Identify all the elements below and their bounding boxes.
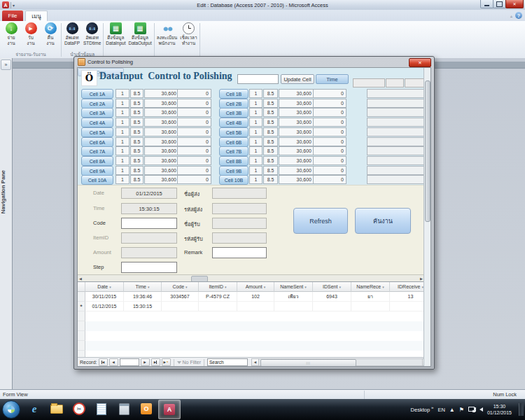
column-header-idsent[interactable]: IDSent▾ (313, 282, 351, 292)
column-header-amount[interactable]: Amount▾ (237, 282, 274, 292)
cell-button-cell-5a[interactable]: Cell 5A (81, 127, 113, 137)
cell-field-actual[interactable]: 0 (177, 89, 211, 98)
maximize-button[interactable] (493, 0, 506, 8)
close-button[interactable]: ✕ (505, 0, 524, 8)
cell-field-actual[interactable]: 0 (313, 175, 346, 184)
cell-button-cell-3b[interactable]: Cell 3B (219, 108, 248, 118)
cell-field-hours[interactable]: 8.5 (263, 99, 278, 108)
speaker-icon[interactable] (479, 407, 483, 412)
cell-field-target[interactable]: 30,600 (279, 156, 314, 165)
cell-field-qty[interactable]: 1 (115, 127, 130, 136)
ribbon-button-DataFP[interactable]: 8:8อัพเดทDataFP (62, 22, 82, 46)
cell-field-qty[interactable]: 1 (249, 89, 262, 98)
dialog-titlebar[interactable]: Control to Polishing (74, 57, 434, 66)
update-cell-input[interactable] (237, 74, 279, 84)
cell-field-target[interactable]: 30,600 (279, 127, 314, 136)
cell-field-target[interactable]: 30,600 (144, 166, 179, 175)
cell-field-hours[interactable]: 8.5 (263, 118, 278, 127)
cell-button-cell-9b[interactable]: Cell 9B (219, 166, 248, 176)
cell-field-target[interactable]: 30,600 (279, 89, 314, 98)
next-record-button[interactable]: ▶ (141, 358, 150, 366)
ribbon-button-DataOutput[interactable]: ▦ดึงข้อมูลDataOutput (127, 22, 153, 46)
cell-remark-box[interactable] (367, 89, 425, 98)
cell-button-cell-2b[interactable]: Cell 2B (219, 99, 248, 108)
cell-remark-box[interactable] (367, 175, 425, 184)
cell-field-hours[interactable]: 8.5 (263, 156, 278, 165)
cell-field-qty[interactable]: 1 (115, 99, 130, 108)
scrollbar-track[interactable]: ||| (259, 358, 422, 366)
cell-field-target[interactable]: 30,600 (144, 156, 179, 165)
cell-field-actual[interactable]: 0 (177, 156, 211, 165)
cell-field-hours[interactable]: 8.5 (263, 127, 278, 136)
update-cell-button[interactable]: Update Cell (281, 74, 314, 84)
toolbar-expand-icon[interactable]: » (431, 405, 433, 410)
cell-field-qty[interactable]: 1 (115, 137, 130, 146)
cell-field-qty[interactable]: 1 (115, 156, 130, 165)
minimize-button[interactable] (480, 0, 493, 8)
cell-field-qty[interactable]: 1 (115, 108, 130, 117)
cell-field-hours[interactable]: 8.5 (263, 146, 278, 155)
datasheet-horizontal-scrollbar[interactable]: ◀ ||| ▶ (251, 359, 430, 365)
ribbon-button-DataInput[interactable]: ▦ดึงข้อมูลDataInput (104, 22, 127, 46)
cell-field-qty[interactable]: 1 (115, 166, 130, 175)
help-icon[interactable]: ? (515, 12, 522, 19)
day-field-2[interactable] (386, 78, 404, 88)
cell-field-qty[interactable]: 1 (249, 166, 262, 175)
table-row[interactable]: *01/12/201515:30:15 (78, 302, 424, 312)
cell-button-cell-7b[interactable]: Cell 7B (219, 146, 248, 156)
cell-field-actual[interactable]: 0 (177, 175, 211, 184)
field-code[interactable] (121, 218, 177, 229)
ribbon-button-STDtime[interactable]: 8:8อัพเดทSTDtime (82, 22, 102, 46)
cell-remark-box[interactable] (367, 137, 425, 146)
cell-field-actual[interactable]: 0 (313, 108, 346, 117)
cell-button-cell-10a[interactable]: Cell 10A (81, 175, 113, 185)
taskbar-button-notepad[interactable] (91, 400, 112, 418)
cell-button-cell-6a[interactable]: Cell 6A (81, 137, 113, 147)
cell-field-qty[interactable]: 1 (249, 127, 262, 136)
cell-field-hours[interactable]: 8.5 (130, 175, 144, 184)
scroll-left-icon[interactable]: ◀ (251, 358, 259, 366)
sort-dropdown-icon[interactable]: ▾ (304, 285, 307, 289)
scrollbar-thumb[interactable]: ||| (260, 359, 356, 367)
dialog-vertical-scrollbar[interactable] (424, 68, 430, 366)
cell-field-actual[interactable]: 0 (177, 166, 211, 175)
cell-field-actual[interactable]: 0 (313, 89, 346, 98)
cell-field-target[interactable]: 30,600 (279, 137, 314, 146)
cell-field-hours[interactable]: 8.5 (130, 118, 144, 127)
row-selector-new[interactable]: * (78, 302, 85, 312)
last-record-button[interactable]: ▶ (151, 358, 160, 366)
cell-field-target[interactable]: 30,600 (144, 108, 179, 117)
column-header-code[interactable]: Code▾ (162, 282, 199, 292)
cell-button-cell-7a[interactable]: Cell 7A (81, 146, 113, 156)
sort-dropdown-icon[interactable]: ▾ (225, 285, 227, 289)
dialog-close-button[interactable]: ✕ (409, 58, 431, 67)
cell-button-cell-4b[interactable]: Cell 4B (219, 118, 248, 127)
cell-field-hours[interactable]: 8.5 (263, 137, 278, 146)
tab-menu[interactable]: เมนู (25, 10, 48, 22)
scroll-left-icon[interactable]: ◀ (78, 276, 83, 281)
cell-field-qty[interactable]: 1 (249, 146, 262, 155)
column-header-namesent[interactable]: NameSent▾ (274, 282, 313, 292)
cell-field-hours[interactable]: 8.5 (263, 166, 278, 175)
cell-field-actual[interactable]: 0 (177, 118, 211, 127)
cell-button-cell-10b[interactable]: Cell 10B (219, 175, 248, 185)
cell-button-cell-2a[interactable]: Cell 2A (81, 99, 113, 108)
cell-field-qty[interactable]: 1 (115, 175, 130, 184)
cell-button-cell-9a[interactable]: Cell 9A (81, 166, 113, 176)
language-indicator[interactable]: EN (438, 407, 444, 413)
cell-field-qty[interactable]: 1 (249, 156, 262, 165)
taskbar-button-outlook[interactable]: O (136, 400, 157, 418)
cell-remark-box[interactable] (367, 146, 425, 155)
sort-dropdown-icon[interactable]: ▾ (339, 285, 341, 289)
cell-remark-box[interactable] (367, 108, 425, 117)
cell-field-qty[interactable]: 1 (115, 89, 130, 98)
cell-button-cell-3a[interactable]: Cell 3A (81, 108, 113, 118)
cell-field-hours[interactable]: 8.5 (263, 175, 278, 184)
cell-field-qty[interactable]: 1 (249, 99, 262, 108)
cell-field-actual[interactable]: 0 (313, 127, 346, 136)
cell-remark-box[interactable] (367, 127, 425, 136)
cell-field-hours[interactable]: 8.5 (130, 166, 144, 175)
cell-field-hours[interactable]: 8.5 (130, 89, 144, 98)
cell-field-target[interactable]: 30,600 (279, 175, 314, 184)
column-header-namerece[interactable]: NameRece▾ (351, 282, 390, 292)
